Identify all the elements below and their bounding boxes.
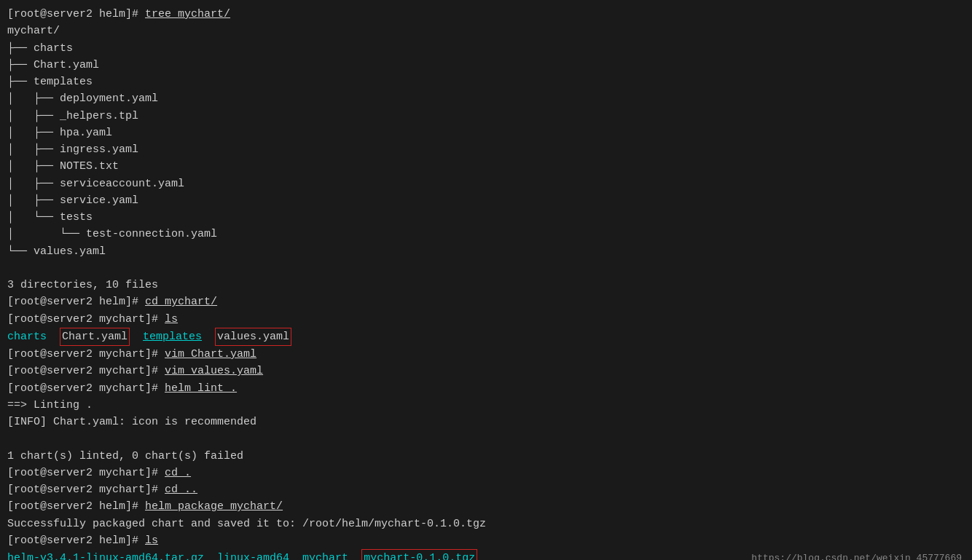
line-chartyaml: ├── Chart.yaml	[7, 57, 965, 74]
ls2-tgz: mychart-0.1.0.tgz	[361, 549, 477, 560]
cmd7-text: cd .	[165, 467, 191, 479]
cmd2-text: cd mychart/	[145, 296, 217, 308]
url-text: https://blog.csdn.net/weixin_45777669	[751, 551, 962, 560]
ls-valuesyaml: values.yaml	[215, 328, 291, 346]
prompt7: [root@server2 mychart]#	[7, 467, 165, 479]
cmd6-text: helm lint .	[165, 382, 237, 395]
line-cmd6: [root@server2 mychart]# helm lint .	[7, 380, 965, 397]
blank1	[7, 260, 965, 277]
prompt10: [root@server2 helm]#	[7, 535, 145, 547]
prompt3: [root@server2 mychart]#	[7, 313, 165, 326]
cmd3-text: ls	[165, 313, 178, 326]
prompt5: [root@server2 mychart]#	[7, 365, 165, 377]
line-linting: ==> Linting .	[7, 397, 965, 414]
prompt8: [root@server2 mychart]#	[7, 484, 165, 496]
line-cmd5: [root@server2 mychart]# vim values.yaml	[7, 363, 965, 379]
line-info: [INFO] Chart.yaml: icon is recommended	[7, 414, 965, 430]
prompt2: [root@server2 helm]#	[7, 296, 145, 308]
line-valuesyaml: └── values.yaml	[7, 243, 965, 260]
line-notes: │ ├── NOTES.txt	[7, 158, 965, 175]
cmd10-text: ls	[145, 535, 158, 547]
line-cmd2: [root@server2 helm]# cd mychart/	[7, 293, 965, 310]
prompt9: [root@server2 helm]#	[7, 500, 145, 513]
ls-output-line: charts Chart.yaml templates values.yaml	[7, 328, 965, 346]
cmd9-text: helm package mychart/	[145, 500, 283, 513]
line-cmd1: [root@server2 helm]# tree mychart/	[7, 6, 965, 23]
terminal: [root@server2 helm]# tree mychart/ mycha…	[7, 6, 965, 560]
prompt6: [root@server2 mychart]#	[7, 382, 165, 395]
line-cmd4: [root@server2 mychart]# vim Chart.yaml	[7, 346, 965, 363]
cmd-text: tree mychart/	[145, 8, 230, 20]
line-packaged: Successfully packaged chart and saved it…	[7, 516, 965, 532]
line-tests: │ └── tests	[7, 209, 965, 226]
line-testconnection: │ └── test-connection.yaml	[7, 226, 965, 242]
line-linted: 1 chart(s) linted, 0 chart(s) failed	[7, 448, 965, 465]
ls2-and-url-row: helm-v3.4.1-linux-amd64.tar.gz linux-amd…	[7, 549, 965, 560]
prompt: [root@server2 helm]#	[7, 8, 145, 20]
line-cmd8: [root@server2 mychart]# cd ..	[7, 481, 965, 498]
line-cmd7: [root@server2 mychart]# cd .	[7, 465, 965, 481]
url-area: https://blog.csdn.net/weixin_45777669	[751, 551, 965, 560]
prompt4: [root@server2 mychart]#	[7, 348, 165, 360]
line-cmd10: [root@server2 helm]# ls	[7, 532, 965, 549]
ls2-output-line: helm-v3.4.1-linux-amd64.tar.gz linux-amd…	[7, 549, 477, 560]
line-cmd3: [root@server2 mychart]# ls	[7, 311, 965, 328]
line-helpers: │ ├── _helpers.tpl	[7, 108, 965, 125]
line-service: │ ├── service.yaml	[7, 192, 965, 209]
cmd8-text: cd ..	[165, 484, 197, 496]
ls-charts: charts	[7, 328, 47, 345]
ls2-helm: helm-v3.4.1-linux-amd64.tar.gz	[7, 550, 204, 560]
ls2-mychart: mychart	[302, 550, 348, 560]
line-ingress: │ ├── ingress.yaml	[7, 141, 965, 158]
blank2	[7, 430, 965, 447]
line-charts: ├── charts	[7, 40, 965, 57]
line-dirfiles: 3 directories, 10 files	[7, 277, 965, 293]
ls2-linux: linux-amd64	[217, 550, 289, 560]
line-deployment: │ ├── deployment.yaml	[7, 90, 965, 107]
cmd5-text: vim values.yaml	[165, 365, 263, 377]
line-mychart: mychart/	[7, 23, 965, 39]
line-serviceaccount: │ ├── serviceaccount.yaml	[7, 176, 965, 192]
ls-templates: templates	[143, 328, 202, 345]
cmd4-text: vim Chart.yaml	[165, 348, 256, 360]
line-hpa: │ ├── hpa.yaml	[7, 125, 965, 141]
ls-chartyaml: Chart.yaml	[60, 328, 130, 346]
line-cmd9: [root@server2 helm]# helm package mychar…	[7, 498, 965, 515]
line-templates: ├── templates	[7, 74, 965, 90]
